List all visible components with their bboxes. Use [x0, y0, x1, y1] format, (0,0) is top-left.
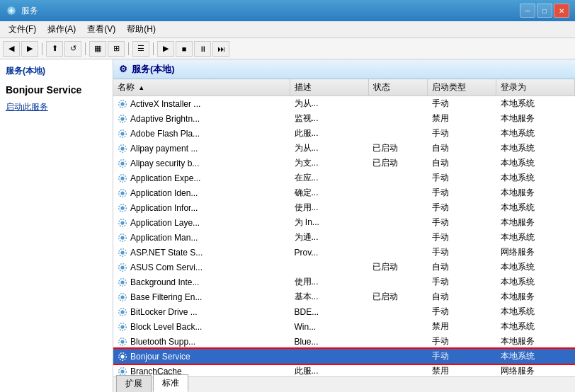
col-starttype[interactable]: 启动类型 — [428, 79, 496, 96]
service-logon-cell: 本地系统 — [496, 141, 575, 156]
restart-button[interactable]: ⏭ — [212, 41, 229, 57]
service-desc-cell: 此服... — [290, 364, 369, 376]
table-row[interactable]: Application Man...为通...手动本地系统 — [113, 230, 575, 245]
service-desc-cell: 此服... — [290, 126, 369, 141]
service-gear-icon — [118, 337, 127, 347]
pause-button[interactable]: ⏸ — [194, 41, 211, 57]
col-desc[interactable]: 描述 — [290, 79, 369, 96]
table-row[interactable]: ASP.NET State S...Prov...手动网络服务 — [113, 245, 575, 260]
service-status-cell: 已启动 — [368, 260, 427, 275]
show-console-button[interactable]: ▦ — [89, 41, 106, 57]
maximize-button[interactable]: □ — [537, 4, 552, 18]
service-logon-cell: 本地系统 — [496, 349, 575, 364]
service-starttype-cell: 手动 — [428, 334, 496, 349]
tab-standard[interactable]: 标准 — [153, 374, 188, 392]
service-desc-cell: Blue... — [290, 334, 369, 349]
svg-point-22 — [120, 250, 124, 254]
service-status-cell: 已启动 — [368, 141, 427, 156]
table-row[interactable]: Alipay payment ...为从...已启动自动本地系统 — [113, 141, 575, 156]
service-table[interactable]: 名称 ▲ 描述 状态 启动类型 登录为 — [113, 79, 575, 376]
service-name-text: Alipay payment ... — [130, 144, 198, 154]
service-name-cell: Alipay security b... — [113, 156, 290, 171]
service-starttype-cell: 自动 — [428, 260, 496, 275]
forward-button[interactable]: ▶ — [21, 41, 38, 57]
stop-button[interactable]: ■ — [176, 41, 193, 57]
service-starttype-cell: 手动 — [428, 96, 496, 112]
service-name-text: Block Level Back... — [130, 322, 202, 332]
service-starttype-cell: 禁用 — [428, 111, 496, 126]
service-status-cell — [368, 171, 427, 185]
service-desc-cell: 为从... — [290, 96, 369, 112]
service-desc-cell: 使用... — [290, 200, 369, 215]
service-status-cell — [368, 200, 427, 215]
table-row[interactable]: BitLocker Drive ...BDE...手动本地系统 — [113, 304, 575, 319]
table-row[interactable]: Application Expe...在应...手动本地系统 — [113, 171, 575, 185]
service-name-text: Adaptive Brightn... — [130, 114, 200, 124]
back-button[interactable]: ◀ — [3, 41, 20, 57]
table-row[interactable]: Block Level Back...Win...禁用本地系统 — [113, 319, 575, 334]
service-gear-icon — [118, 144, 127, 154]
service-name-text: Adobe Flash Pla... — [130, 129, 200, 139]
service-gear-icon — [118, 158, 127, 168]
table-row[interactable]: Alipay security b...为支...已启动自动本地系统 — [113, 156, 575, 171]
up-button[interactable]: ⬆ — [46, 41, 63, 57]
service-logon-cell: 本地系统 — [496, 200, 575, 215]
refresh-button[interactable]: ↺ — [64, 41, 81, 57]
menu-help[interactable]: 帮助(H) — [121, 22, 161, 37]
table-row[interactable]: Application Iden...确定...手动本地服务 — [113, 185, 575, 200]
menu-action[interactable]: 操作(A) — [42, 22, 81, 37]
table-row[interactable]: ActiveX Installer ...为从...手动本地系统 — [113, 96, 575, 112]
toolbar-btn-3[interactable]: ⊞ — [108, 41, 125, 57]
service-name-text: Application Laye... — [130, 218, 200, 228]
service-status-cell — [368, 304, 427, 319]
service-logon-cell: 本地系统 — [496, 126, 575, 141]
service-name-cell: Bonjour Service — [113, 349, 290, 364]
svg-point-24 — [120, 265, 124, 269]
tab-extended[interactable]: 扩展 — [116, 375, 152, 392]
service-name-text: BitLocker Drive ... — [130, 307, 198, 317]
service-logon-cell: 本地系统 — [496, 260, 575, 275]
service-name-cell: Background Inte... — [113, 275, 290, 289]
service-gear-icon — [118, 277, 127, 287]
service-gear-icon — [118, 218, 127, 228]
sidebar-service-name: Bonjour Service — [6, 84, 107, 96]
service-name-cell: Adobe Flash Pla... — [113, 126, 290, 141]
service-starttype-cell: 手动 — [428, 200, 496, 215]
start-service-link[interactable]: 启动此服务 — [6, 101, 107, 113]
table-row[interactable]: Application Laye...为 In...手动本地服务 — [113, 215, 575, 230]
col-logon[interactable]: 登录为 — [496, 79, 575, 96]
service-logon-cell: 本地系统 — [496, 156, 575, 171]
service-status-cell — [368, 230, 427, 245]
svg-point-12 — [120, 176, 124, 180]
table-row[interactable]: Adaptive Brightn...监视...禁用本地服务 — [113, 111, 575, 126]
service-status-cell — [368, 185, 427, 200]
service-starttype-cell: 手动 — [428, 304, 496, 319]
close-button[interactable]: ✕ — [554, 4, 569, 18]
table-row[interactable]: Base Filtering En...基本...已启动自动本地服务 — [113, 289, 575, 304]
service-name-cell: Application Expe... — [113, 171, 290, 185]
service-gear-icon — [118, 322, 127, 332]
service-name-text: Alipay security b... — [130, 158, 199, 168]
service-desc-cell: 基本... — [290, 289, 369, 304]
menu-view[interactable]: 查看(V) — [81, 22, 121, 37]
service-status-cell — [368, 96, 427, 112]
table-row[interactable]: Adobe Flash Pla...此服...手动本地系统 — [113, 126, 575, 141]
service-name-cell: ASUS Com Servi... — [113, 260, 290, 275]
table-row[interactable]: Application Infor...使用...手动本地系统 — [113, 200, 575, 215]
col-name[interactable]: 名称 ▲ — [113, 79, 290, 96]
svg-point-36 — [120, 354, 124, 358]
sort-arrow: ▲ — [138, 84, 144, 91]
content-area: ⚙ 服务(本地) 名称 ▲ 描述 状态 — [113, 59, 575, 392]
table-row[interactable]: Background Inte...使用...手动本地系统 — [113, 275, 575, 289]
service-desc-cell: 为通... — [290, 230, 369, 245]
properties-button[interactable]: ☰ — [132, 41, 149, 57]
table-row[interactable]: ASUS Com Servi...已启动自动本地系统 — [113, 260, 575, 275]
minimize-button[interactable]: ─ — [520, 4, 535, 18]
bottom-tabs: 扩展 标准 — [113, 376, 575, 392]
table-row[interactable]: Bonjour Service手动本地系统 — [113, 349, 575, 364]
play-button[interactable]: ▶ — [157, 41, 174, 57]
table-row[interactable]: Bluetooth Supp...Blue...手动本地服务 — [113, 334, 575, 349]
menu-file[interactable]: 文件(F) — [3, 22, 42, 37]
toolbar-separator-4 — [153, 42, 154, 55]
col-status[interactable]: 状态 — [368, 79, 427, 96]
